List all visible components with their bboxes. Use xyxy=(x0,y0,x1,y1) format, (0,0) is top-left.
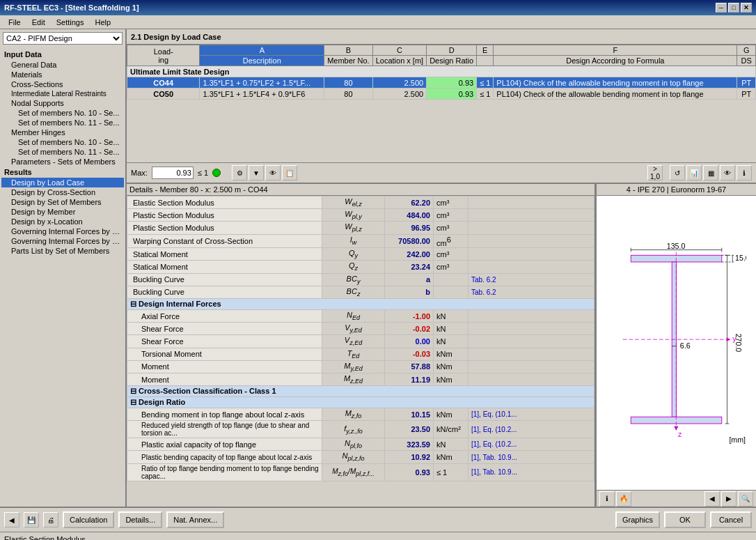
section-row-uls: Ultimate Limit State Design xyxy=(127,66,756,77)
table-row[interactable]: CO44 1.35*LF1 + 0.75*LF2 + 1.5*LF... 80 … xyxy=(127,77,756,88)
menu-settings[interactable]: Settings xyxy=(51,17,90,28)
detail-value: 70580.00 xyxy=(385,234,434,248)
crosssection-panel: 4 - IPE 270 | Euronorm 19-67 xyxy=(596,184,756,507)
info-btn[interactable]: ℹ xyxy=(737,165,752,180)
sidebar-sub-hinge-11[interactable]: Set of members No. 11 - Se... xyxy=(1,147,124,157)
cs-info-btn[interactable]: ℹ xyxy=(599,491,615,507)
ok-button[interactable]: OK xyxy=(664,511,706,528)
detail-row: Warping Constant of Cross-Section Iw 705… xyxy=(127,234,594,248)
cs-fire-btn[interactable]: 🔥 xyxy=(616,491,631,507)
detail-unit: kNm xyxy=(434,360,468,373)
calculation-button[interactable]: Calculation xyxy=(63,511,114,528)
menu-file[interactable]: File xyxy=(3,17,26,28)
detail-symbol: Npl,fo xyxy=(322,438,385,451)
sidebar-item-gov-m[interactable]: Governing Internal Forces by M... xyxy=(1,226,124,236)
close-button[interactable]: ✕ xyxy=(741,3,752,13)
export-btn[interactable]: 📋 xyxy=(282,165,297,180)
row-co50-location: 2.500 xyxy=(372,88,426,100)
detail-row: Axial Force NEd -1.00 kN xyxy=(127,309,594,322)
toolbar-group-1: ⚙ ▼ 👁 📋 xyxy=(232,165,297,180)
sidebar-item-lateral[interactable]: Intermediate Lateral Restraints xyxy=(1,89,124,98)
detail-label: Statical Moment xyxy=(127,261,322,273)
table-btn[interactable]: ▦ xyxy=(703,165,718,180)
detail-row: Shear Force Vy,Ed -0.02 kN xyxy=(127,323,594,335)
title-bar: RF-STEEL EC3 - [Steel Scaffolding 1] ─ □… xyxy=(0,0,756,15)
details-table-wrap[interactable]: Elastic Section Modulus Wel,z 62.20 cm³ … xyxy=(127,196,594,507)
nav-prev-btn[interactable]: ◀ xyxy=(4,512,19,527)
max-input[interactable] xyxy=(152,167,194,179)
sidebar-item-design-set[interactable]: Design by Set of Members xyxy=(1,197,124,207)
row-co44-ratio: 0.93 xyxy=(427,77,477,88)
window-controls[interactable]: ─ □ ✕ xyxy=(716,3,752,13)
detail-unit: cm³ xyxy=(434,196,468,209)
eye-btn[interactable]: 👁 xyxy=(720,165,735,180)
detail-unit: kNm xyxy=(434,373,468,385)
detail-symbol: TEd xyxy=(322,348,385,360)
sidebar-item-nodal[interactable]: Nodal Supports xyxy=(1,98,124,108)
filter-btn[interactable]: ▼ xyxy=(249,165,264,180)
sidebar-item-general[interactable]: General Data xyxy=(1,60,124,70)
detail-row: Statical Moment Qz 23.24 cm³ xyxy=(127,261,594,273)
chart-btn[interactable]: 📊 xyxy=(686,165,702,180)
detail-ref xyxy=(468,261,594,273)
detail-label: Reduced yield strength of top flange (du… xyxy=(127,421,322,438)
sidebar-item-design-cross[interactable]: Design by Cross-Section xyxy=(1,187,124,197)
detail-row: Plastic Section Modulus Wpl,y 484.00 cm³ xyxy=(127,209,594,222)
cs-zoom-btn[interactable]: 🔍 xyxy=(738,491,753,507)
gt1-btn[interactable]: > 1,0 xyxy=(647,165,663,180)
sidebar-item-design-member[interactable]: Design by Member xyxy=(1,207,124,217)
results-table: Load-ing A B C D E F G Description Membe… xyxy=(127,45,756,100)
graphics-button[interactable]: Graphics xyxy=(615,511,660,528)
settings-btn[interactable]: ⚙ xyxy=(232,165,247,180)
menu-edit[interactable]: Edit xyxy=(26,17,51,28)
sidebar-item-design-load[interactable]: Design by Load Case xyxy=(1,178,124,187)
col-header-d: D xyxy=(427,45,477,56)
table-row[interactable]: CO50 1.35*LF1 + 1.5*LF4 + 0.9*LF6 80 2.5… xyxy=(127,88,756,100)
col-header-f: F xyxy=(494,45,737,56)
nat-annex-button[interactable]: Nat. Annex... xyxy=(166,511,224,528)
sidebar-item-materials[interactable]: Materials xyxy=(1,70,124,79)
details-button[interactable]: Details... xyxy=(118,511,162,528)
row-co50-ds: PT xyxy=(737,88,756,100)
case-dropdown[interactable]: CA2 - PIFM Design xyxy=(3,32,123,45)
sidebar-sub-nodal-10[interactable]: Set of members No. 10 - Se... xyxy=(1,108,124,118)
detail-unit: cm³ xyxy=(434,248,468,261)
sidebar-sub-hinge-10[interactable]: Set of members No. 10 - Se... xyxy=(1,137,124,147)
detail-label: Plastic Section Modulus xyxy=(127,209,322,222)
refresh-btn[interactable]: ↺ xyxy=(670,165,685,180)
detail-ref: Tab. 6.2 xyxy=(468,273,594,286)
menu-help[interactable]: Help xyxy=(89,17,116,28)
detail-ref xyxy=(468,234,594,248)
detail-value: 96.95 xyxy=(385,222,434,234)
toolbar-group-2: > 1,0 ↺ 📊 ▦ 👁 ℹ xyxy=(647,165,752,180)
sidebar-item-params[interactable]: Parameters - Sets of Members xyxy=(1,157,124,167)
svg-text:y: y xyxy=(732,334,737,343)
detail-ref: [1], Eq. (10.1... xyxy=(468,408,594,421)
col-header-b: B xyxy=(324,45,373,56)
cs-left-btn[interactable]: ◀ xyxy=(704,491,720,507)
maximize-button[interactable]: □ xyxy=(728,3,739,13)
sidebar-item-parts[interactable]: Parts List by Set of Members xyxy=(1,246,124,256)
print-btn[interactable]: 🖨 xyxy=(43,512,58,527)
minimize-button[interactable]: ─ xyxy=(716,3,727,13)
detail-label: Buckling Curve xyxy=(127,286,322,298)
sidebar-item-gov-s[interactable]: Governing Internal Forces by S... xyxy=(1,236,124,246)
svg-text:15.0: 15.0 xyxy=(735,254,746,262)
sidebar-item-design-x[interactable]: Design by x-Location xyxy=(1,217,124,226)
save-btn[interactable]: 💾 xyxy=(24,512,39,527)
sidebar-sub-nodal-11[interactable]: Set of members No. 11 - Se... xyxy=(1,118,124,128)
sidebar-item-cross-sections[interactable]: Cross-Sections xyxy=(1,79,124,89)
view-btn[interactable]: 👁 xyxy=(265,165,281,180)
detail-value: -0.02 xyxy=(385,323,434,335)
row-co44-formula: PL104) Check of the allowable bending mo… xyxy=(494,77,737,88)
bottom-toolbar: ◀ 💾 🖨 Calculation Details... Nat. Annex.… xyxy=(0,507,756,532)
cs-right-btn[interactable]: ▶ xyxy=(721,491,737,507)
col-header-loading: Load-ing xyxy=(127,45,200,66)
results-table-wrap[interactable]: Load-ing A B C D E F G Description Membe… xyxy=(127,45,756,162)
row-co44-id: CO44 xyxy=(127,77,200,88)
detail-row: Reduced yield strength of top flange (du… xyxy=(127,421,594,438)
row-co44-ds: PT xyxy=(737,77,756,88)
col-subheader-e xyxy=(477,56,494,66)
sidebar-item-hinges[interactable]: Member Hinges xyxy=(1,128,124,137)
cancel-button[interactable]: Cancel xyxy=(710,511,752,528)
